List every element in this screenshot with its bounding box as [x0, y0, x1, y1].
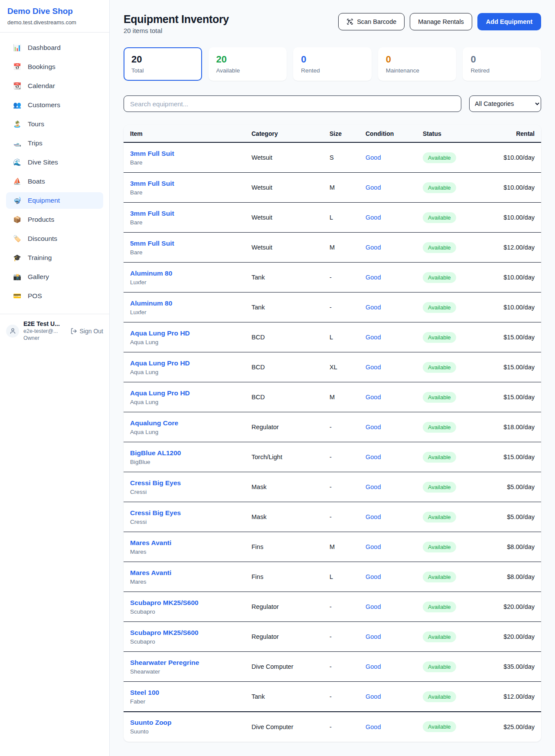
item-name-link[interactable]: Steel 100 — [130, 689, 159, 697]
item-name-link[interactable]: Cressi Big Eyes — [130, 509, 181, 517]
discounts-icon: 🏷️ — [13, 235, 21, 243]
stat-card-total[interactable]: 20 Total — [124, 47, 202, 81]
sidebar-item-bookings[interactable]: 📅 Bookings — [6, 59, 103, 75]
cell-condition-link[interactable]: Good — [366, 663, 423, 670]
stat-card-maintenance[interactable]: 0 Maintenance — [378, 47, 457, 81]
item-name-link[interactable]: 3mm Full Suit — [130, 180, 174, 187]
item-name-link[interactable]: Aqua Lung Pro HD — [130, 329, 190, 337]
cell-condition-link[interactable]: Good — [366, 424, 423, 431]
column-header-condition: Condition — [366, 130, 423, 137]
item-brand: Scubapro — [130, 638, 251, 645]
cell-condition-link[interactable]: Good — [366, 214, 423, 221]
table-row: Shearwater Peregrine Shearwater Dive Com… — [124, 652, 541, 682]
sidebar-item-label: Discounts — [28, 235, 57, 243]
cell-condition-link[interactable]: Good — [366, 244, 423, 251]
cell-category: Wetsuit — [251, 214, 330, 221]
cell-condition-link[interactable]: Good — [366, 573, 423, 580]
stat-card-rented[interactable]: 0 Rented — [293, 47, 372, 81]
stat-card-retired[interactable]: 0 Retired — [463, 47, 541, 81]
table-row: Aqua Lung Pro HD Aqua Lung BCD L Good Av… — [124, 322, 541, 352]
sidebar-nav: 📊 Dashboard 📅 Bookings 📆 Calendar 👥 Cust… — [0, 33, 109, 311]
cell-status: Available — [423, 422, 492, 433]
search-input[interactable] — [124, 95, 461, 112]
sidebar-item-dive-sites[interactable]: 🌊 Dive Sites — [6, 154, 103, 171]
item-name-link[interactable]: BigBlue AL1200 — [130, 449, 181, 457]
item-brand: Aqua Lung — [130, 399, 251, 405]
cell-category: Fins — [251, 543, 330, 550]
item-name-link[interactable]: Aluminum 80 — [130, 299, 172, 307]
table-row: Cressi Big Eyes Cressi Mask - Good Avail… — [124, 502, 541, 532]
cell-condition-link[interactable]: Good — [366, 274, 423, 281]
sidebar-item-boats[interactable]: ⛵ Boats — [6, 173, 103, 190]
category-select[interactable]: All Categories — [469, 95, 541, 112]
brand-block: Demo Dive Shop demo.test.divestreams.com — [0, 0, 109, 33]
item-name-link[interactable]: 3mm Full Suit — [130, 210, 174, 217]
cell-condition-link[interactable]: Good — [366, 304, 423, 311]
cell-condition-link[interactable]: Good — [366, 543, 423, 550]
item-name-link[interactable]: Aqua Lung Pro HD — [130, 359, 190, 367]
sidebar-item-products[interactable]: 📦 Products — [6, 211, 103, 228]
products-icon: 📦 — [13, 216, 21, 224]
sidebar-item-tours[interactable]: 🏝️ Tours — [6, 116, 103, 132]
sidebar-item-label: Dashboard — [28, 44, 61, 52]
sidebar-item-training[interactable]: 🎓 Training — [6, 250, 103, 266]
gallery-icon: 📸 — [13, 273, 21, 281]
cell-condition-link[interactable]: Good — [366, 483, 423, 490]
item-name-link[interactable]: Aqua Lung Pro HD — [130, 389, 190, 397]
sidebar-item-gallery[interactable]: 📸 Gallery — [6, 269, 103, 285]
item-name-link[interactable]: 5mm Full Suit — [130, 240, 174, 247]
table-row: Mares Avanti Mares Fins L Good Available… — [124, 562, 541, 592]
cell-condition-link[interactable]: Good — [366, 633, 423, 640]
cell-size: - — [330, 274, 366, 281]
item-name-link[interactable]: Aluminum 80 — [130, 270, 172, 277]
status-badge: Available — [423, 212, 456, 223]
cell-condition-link[interactable]: Good — [366, 394, 423, 401]
cell-condition-link[interactable]: Good — [366, 693, 423, 700]
cell-condition-link[interactable]: Good — [366, 513, 423, 520]
dashboard-icon: 📊 — [13, 44, 21, 52]
cell-condition-link[interactable]: Good — [366, 334, 423, 341]
table-row: 3mm Full Suit Bare Wetsuit M Good Availa… — [124, 173, 541, 203]
sidebar-item-trips[interactable]: 🛥️ Trips — [6, 135, 103, 151]
sidebar-item-equipment[interactable]: 🤿 Equipment — [6, 192, 103, 209]
table-header-row: ItemCategorySizeConditionStatusRental — [124, 125, 541, 143]
item-name-link[interactable]: Mares Avanti — [130, 539, 171, 547]
cell-condition-link[interactable]: Good — [366, 723, 423, 730]
cell-size: - — [330, 693, 366, 700]
stat-label: Total — [131, 67, 194, 74]
cell-condition-link[interactable]: Good — [366, 364, 423, 371]
stat-card-available[interactable]: 20 Available — [209, 47, 287, 81]
cell-size: L — [330, 334, 366, 341]
item-name-link[interactable]: Aqualung Core — [130, 419, 178, 427]
sidebar-item-pos[interactable]: 💳 POS — [6, 288, 103, 304]
sign-out-button[interactable]: Sign Out — [70, 328, 103, 335]
item-name-link[interactable]: 3mm Full Suit — [130, 150, 174, 158]
item-name-link[interactable]: Shearwater Peregrine — [130, 659, 199, 667]
sidebar-item-calendar[interactable]: 📆 Calendar — [6, 78, 103, 94]
cell-item: BigBlue AL1200 BigBlue — [130, 449, 251, 465]
cell-condition-link[interactable]: Good — [366, 454, 423, 460]
sidebar-item-discounts[interactable]: 🏷️ Discounts — [6, 230, 103, 247]
table-row: BigBlue AL1200 BigBlue Torch/Light - Goo… — [124, 442, 541, 472]
main-content: Equipment Inventory 20 items total Scan … — [110, 0, 555, 756]
cell-condition-link[interactable]: Good — [366, 603, 423, 610]
item-name-link[interactable]: Mares Avanti — [130, 569, 171, 577]
stat-label: Available — [216, 67, 279, 74]
table-row: 3mm Full Suit Bare Wetsuit L Good Availa… — [124, 203, 541, 233]
manage-rentals-button[interactable]: Manage Rentals — [410, 13, 472, 30]
scan-barcode-button[interactable]: Scan Barcode — [338, 13, 405, 30]
cell-category: Wetsuit — [251, 244, 330, 251]
cell-category: BCD — [251, 334, 330, 341]
item-name-link[interactable]: Scubapro MK25/S600 — [130, 629, 199, 637]
sidebar-item-label: Trips — [28, 139, 42, 147]
item-name-link[interactable]: Cressi Big Eyes — [130, 479, 181, 487]
item-name-link[interactable]: Suunto Zoop — [130, 719, 172, 726]
cell-status: Available — [423, 721, 492, 732]
cell-condition-link[interactable]: Good — [366, 184, 423, 191]
sidebar-item-dashboard[interactable]: 📊 Dashboard — [6, 39, 103, 56]
add-equipment-button[interactable]: Add Equipment — [477, 13, 541, 30]
cell-condition-link[interactable]: Good — [366, 154, 423, 161]
sidebar-item-customers[interactable]: 👥 Customers — [6, 97, 103, 113]
item-name-link[interactable]: Scubapro MK25/S600 — [130, 599, 199, 607]
user-name: E2E Test U... — [23, 320, 60, 328]
